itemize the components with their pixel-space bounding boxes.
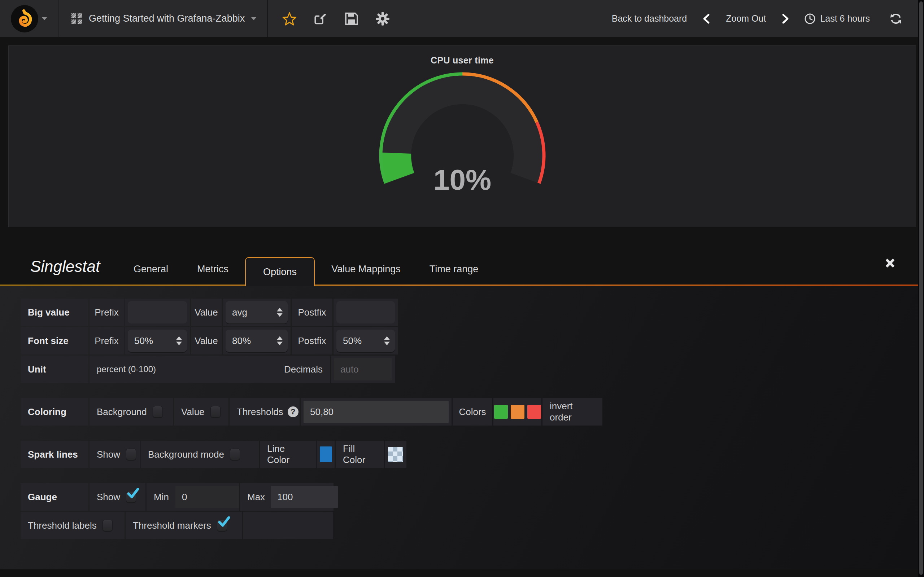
threshold-color-orange[interactable] xyxy=(511,405,525,419)
back-to-dashboard-link[interactable]: Back to dashboard xyxy=(606,13,693,24)
unit-picker[interactable]: percent (0-100) xyxy=(97,364,156,374)
grafana-logo xyxy=(11,5,38,32)
threshold-color-red[interactable] xyxy=(527,405,541,419)
refresh-button[interactable] xyxy=(884,8,908,29)
spark-show-checkbox[interactable] xyxy=(126,449,136,460)
grafana-app: Getting Started with Grafana-Zabbix xyxy=(0,0,924,577)
value-label: Value xyxy=(191,298,221,326)
fill-color-swatch[interactable] xyxy=(388,447,403,462)
help-icon[interactable]: ? xyxy=(288,406,299,417)
gauge-min-input[interactable] xyxy=(175,486,239,508)
settings-button[interactable] xyxy=(370,6,396,31)
background-mode-cell: Background mode xyxy=(141,441,259,468)
coloring-label: Coloring xyxy=(21,398,89,425)
threshold-color-green[interactable] xyxy=(494,405,508,419)
panel-editor: Singlestat General Metrics Options Value… xyxy=(0,227,924,569)
dashboard-title-dropdown[interactable]: Getting Started with Grafana-Zabbix xyxy=(58,0,267,37)
threshold-markers-checkbox[interactable] xyxy=(217,520,227,531)
decimals-input[interactable] xyxy=(334,358,393,380)
gauge-show-checkbox[interactable] xyxy=(126,491,136,503)
line-color-cell xyxy=(317,441,334,468)
singlestat-panel[interactable]: CPU user time 10% xyxy=(8,45,916,227)
spark-lines-row: Spark lines Show Background mode Line Co xyxy=(21,441,924,468)
postfix-size-cell: 50% xyxy=(333,327,398,355)
save-button[interactable] xyxy=(339,6,365,31)
select-spinner-icon xyxy=(384,337,390,345)
threshold-labels-cell: Threshold labels xyxy=(21,512,124,539)
postfix-label: Postfix xyxy=(292,327,333,355)
time-range-label: Last 6 hours xyxy=(820,13,870,24)
gear-icon xyxy=(375,11,390,26)
share-button[interactable] xyxy=(307,6,333,31)
gauge-row: Gauge Show Min Max xyxy=(21,483,924,511)
chevron-right-icon xyxy=(781,13,790,24)
threshold-labels-checkbox[interactable] xyxy=(102,520,113,531)
show-label: Show xyxy=(97,449,120,460)
postfix-font-size-select[interactable]: 50% xyxy=(336,330,395,352)
value-checkbox[interactable] xyxy=(210,406,221,417)
color-swatches-cell xyxy=(493,398,541,425)
postfix-cell xyxy=(333,298,398,326)
editor-tabs: General Metrics Options Value Mappings T… xyxy=(119,227,493,285)
big-value-label: Big value xyxy=(21,298,89,326)
coloring-background-cell: Background xyxy=(89,398,173,425)
prefix-label: Prefix xyxy=(89,327,124,355)
prefix-size-cell: 50% xyxy=(125,327,190,355)
thresholds-label-cell: Thresholds ? xyxy=(229,398,300,425)
tab-metrics[interactable]: Metrics xyxy=(183,264,243,285)
tab-general[interactable]: General xyxy=(119,264,183,285)
gauge-value-label: 10% xyxy=(433,164,491,196)
spark-lines-label: Spark lines xyxy=(21,441,89,468)
dashboard-title: Getting Started with Grafana-Zabbix xyxy=(89,13,245,24)
dashboard-grid-icon xyxy=(71,13,82,24)
value-font-size-select[interactable]: 80% xyxy=(226,330,288,352)
gauge-max-input[interactable] xyxy=(271,486,338,508)
empty-cell xyxy=(243,512,333,539)
big-value-postfix-input[interactable] xyxy=(336,301,395,324)
tab-options[interactable]: Options xyxy=(245,257,315,286)
time-range-picker[interactable]: Last 6 hours xyxy=(799,13,875,24)
gauge-show-cell: Show xyxy=(89,483,145,511)
main-menu-button[interactable] xyxy=(0,0,58,37)
background-mode-checkbox[interactable] xyxy=(230,449,240,460)
coloring-section: Coloring Background Value T xyxy=(21,398,924,425)
big-value-row: Big value Prefix Value avg Postfix xyxy=(21,298,924,326)
prefix-font-size-select[interactable]: 50% xyxy=(128,330,187,352)
share-icon xyxy=(313,12,328,26)
value-label: Value xyxy=(191,327,221,355)
tab-value-mappings[interactable]: Value Mappings xyxy=(317,264,415,285)
fill-color-label: Fill Color xyxy=(336,441,384,468)
unit-row: Unit percent (0-100) Decimals xyxy=(21,356,924,383)
gauge-section: Gauge Show Min Max xyxy=(21,483,924,539)
colors-label: Colors xyxy=(452,398,492,425)
time-shift-left-button[interactable] xyxy=(696,8,716,29)
close-editor-button[interactable] xyxy=(884,257,896,269)
background-checkbox[interactable] xyxy=(153,406,163,417)
line-color-swatch[interactable] xyxy=(320,446,332,462)
gauge-max-cell: Max xyxy=(240,483,333,511)
zoom-out-button[interactable]: Zoom Out xyxy=(720,13,772,24)
background-label: Background xyxy=(97,406,147,417)
value-stat-select[interactable]: avg xyxy=(226,301,288,324)
unit-cell: percent (0-100) Decimals xyxy=(89,356,330,383)
star-button[interactable] xyxy=(276,6,302,31)
navbar-right: Back to dashboard Zoom Out Last 6 hours xyxy=(606,8,924,29)
prefix-cell xyxy=(125,298,190,326)
fill-color-cell xyxy=(385,441,406,468)
gauge-chart: 10% xyxy=(376,71,549,203)
scrollbar-thumb[interactable] xyxy=(919,2,923,575)
big-value-prefix-input[interactable] xyxy=(128,301,187,324)
invert-order-link[interactable]: invert order xyxy=(543,398,603,425)
tab-time-range[interactable]: Time range xyxy=(415,264,493,285)
time-shift-right-button[interactable] xyxy=(775,8,795,29)
page-scrollbar[interactable] xyxy=(918,0,924,577)
value-label: Value xyxy=(181,406,205,417)
line-color-label: Line Color xyxy=(260,441,316,468)
panel-title[interactable]: CPU user time xyxy=(9,46,916,66)
spark-lines-section: Spark lines Show Background mode Line Co xyxy=(21,441,924,468)
threshold-labels-label: Threshold labels xyxy=(28,520,97,531)
spark-show-cell: Show xyxy=(89,441,140,468)
thresholds-input[interactable] xyxy=(304,401,449,423)
editor-options-pane: Big value Prefix Value avg Postfix xyxy=(0,285,924,569)
decimals-cell xyxy=(331,356,395,383)
